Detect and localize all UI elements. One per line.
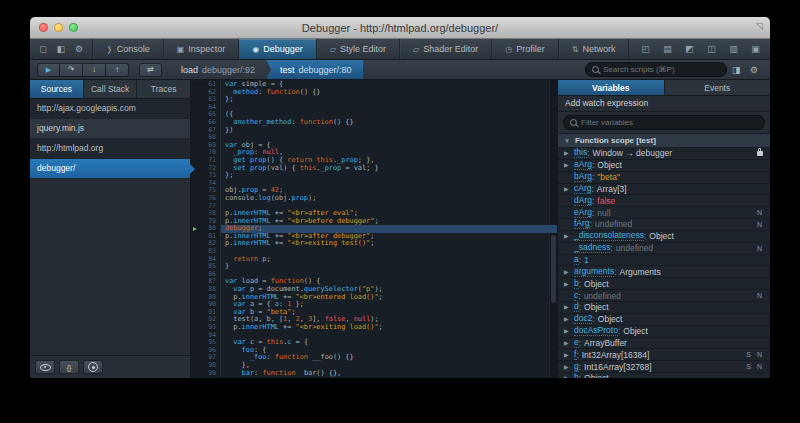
sources-tab-sources[interactable]: Sources — [30, 80, 84, 98]
split-console-icon[interactable]: ▤ — [657, 44, 677, 54]
tab-network[interactable]: ⇅Network — [559, 39, 630, 59]
variable-name[interactable]: arguments — [574, 267, 614, 277]
stack-frame-1[interactable]: testdebugger/:80 — [266, 60, 363, 79]
stack-frame-0[interactable]: loaddebugger/:92 — [170, 60, 266, 79]
source-item[interactable]: http://htmlpad.org — [30, 139, 190, 159]
sources-tab-traces[interactable]: Traces — [137, 80, 190, 98]
pick-element-icon[interactable]: ◰ — [635, 44, 655, 54]
tab-debugger[interactable]: ◉Debugger — [239, 39, 317, 59]
variable-name[interactable]: _sadness — [574, 243, 610, 253]
variable-value[interactable]: false — [597, 196, 615, 206]
expand-arrow-icon[interactable]: ▶ — [564, 352, 574, 358]
code-line[interactable]: 93 p.innerHTML += "<br>exiting load()"; — [191, 324, 557, 332]
variable-row[interactable]: ▶h:Object — [558, 373, 770, 378]
variable-row[interactable]: ▶cArg:Array[3] — [558, 184, 770, 196]
tab-inspector[interactable]: ▣Inspector — [164, 39, 240, 59]
expand-arrow-icon[interactable]: ▶ — [564, 316, 574, 322]
variable-value[interactable]: 1 — [584, 255, 589, 265]
variable-name[interactable]: aArg — [574, 160, 592, 170]
step-over-button[interactable]: ↷ — [60, 63, 83, 77]
variable-row[interactable]: ▶f:Int32Array[16384]S N — [558, 349, 770, 361]
filter-variables-input[interactable] — [581, 118, 758, 127]
variable-value[interactable]: Arguments — [620, 267, 661, 277]
variable-value[interactable]: Object — [623, 326, 648, 336]
titlebar[interactable]: Debugger - http://htmlpad.org/debugger/ … — [30, 17, 770, 39]
variable-value[interactable]: undefined — [595, 219, 632, 229]
expand-arrow-icon[interactable]: ▶ — [564, 186, 574, 192]
step-in-button[interactable]: ↓ — [83, 63, 106, 77]
code-line[interactable]: 67}) — [191, 127, 557, 135]
expand-arrow-icon[interactable]: ▶ — [564, 375, 574, 378]
variable-row[interactable]: _sadness:undefinedN — [558, 243, 770, 255]
code-line[interactable]: 84 return p; — [191, 256, 557, 264]
expand-arrow-icon[interactable]: ▶ — [564, 328, 574, 334]
variable-value[interactable]: ArrayBuffer — [584, 338, 627, 348]
tab-console[interactable]: ❭Console — [93, 39, 164, 59]
close-window-button[interactable] — [39, 23, 48, 32]
panel-tab-variables[interactable]: Variables — [558, 80, 665, 95]
search-scripts-input[interactable] — [603, 65, 720, 74]
variable-row[interactable]: eArg:nullN — [558, 207, 770, 219]
tab-shader-editor[interactable]: ▱Shader Editor — [400, 39, 492, 59]
variable-value[interactable]: Int16Array[32768] — [584, 362, 652, 372]
tilt-3d-icon[interactable]: ◫ — [701, 44, 721, 54]
blackbox-source-button[interactable] — [35, 360, 55, 374]
panel-tab-events[interactable]: Events — [665, 80, 771, 95]
variable-name[interactable]: bArg — [574, 172, 592, 182]
variable-row[interactable]: ▶b:Object — [558, 278, 770, 290]
scope-header[interactable]: ▼ Function scope [test] — [558, 134, 770, 148]
variable-name[interactable]: _disconsolateness — [574, 231, 644, 241]
code-line[interactable]: 99 bar: function bar() {}, — [191, 370, 557, 378]
expand-arrow-icon[interactable]: ▶ — [564, 364, 574, 370]
tab-profiler[interactable]: ◷Profiler — [492, 39, 559, 59]
toggle-breakpoints-button[interactable] — [83, 360, 103, 374]
variable-value[interactable]: Object — [598, 314, 623, 324]
tab-style-editor[interactable]: ▱Style Editor — [317, 39, 400, 59]
variable-name[interactable]: docAsProto — [574, 326, 618, 336]
code-line[interactable]: 85} — [191, 263, 557, 271]
variable-name[interactable]: cArg — [574, 184, 591, 194]
variable-row[interactable]: ▶aArg:Object — [558, 160, 770, 172]
variable-row[interactable]: ▶arguments:Arguments — [558, 266, 770, 278]
panel-toggle-icon[interactable]: ◨ — [727, 65, 745, 75]
code-line[interactable]: 72 set prop(val) { this._prop = val; } — [191, 165, 557, 173]
code-line[interactable]: 64 — [191, 104, 557, 112]
code-line[interactable]: 63}; — [191, 96, 557, 104]
variable-row[interactable]: ▶d:Object — [558, 302, 770, 314]
expand-arrow-icon[interactable]: ▶ — [564, 162, 574, 168]
expand-arrow-icon[interactable]: ▶ — [564, 233, 574, 239]
debugger-options-icon[interactable]: ⚙ — [745, 65, 763, 75]
code-line[interactable]: 66 another_method: function() {} — [191, 119, 557, 127]
code-editor[interactable]: 61var simple = {62 method: function() {}… — [191, 80, 557, 378]
variable-value[interactable]: undefined — [616, 243, 653, 253]
expand-arrow-icon[interactable]: ▶ — [564, 304, 574, 310]
variable-name[interactable]: dArg — [574, 196, 592, 206]
variable-value[interactable]: Int32Array[16384] — [582, 350, 650, 360]
variable-value[interactable]: Object — [597, 160, 622, 170]
expand-arrow-icon[interactable]: ▶ — [564, 150, 574, 156]
fullscreen-icon[interactable]: ◹ — [756, 22, 763, 31]
variable-value[interactable]: undefined — [584, 291, 621, 301]
variable-row[interactable]: ▶doc2:Object — [558, 314, 770, 326]
variable-row[interactable]: ▶g:Int16Array[32768]S N — [558, 361, 770, 373]
variable-value[interactable]: Array[3] — [597, 184, 627, 194]
variable-row[interactable]: ▶this:Window → debugger — [558, 148, 770, 160]
variable-value[interactable]: Window → debugger — [593, 148, 672, 158]
search-scripts-box[interactable] — [585, 62, 727, 77]
expand-arrow-icon[interactable]: ▶ — [564, 269, 574, 275]
variable-name[interactable]: fArg — [574, 219, 590, 229]
variable-row[interactable]: dArg:false — [558, 195, 770, 207]
variable-value[interactable]: Object — [584, 373, 609, 378]
resume-button[interactable]: ▶ — [37, 63, 60, 77]
expand-arrow-icon[interactable]: ▶ — [564, 281, 574, 287]
variable-row[interactable]: ▶docAsProto:Object — [558, 326, 770, 338]
toolbox-options-icon[interactable]: ▣ — [745, 44, 765, 54]
variable-row[interactable]: a:1 — [558, 255, 770, 267]
variable-row[interactable]: ▶e:ArrayBuffer — [558, 338, 770, 350]
variable-row[interactable]: ▶_disconsolateness:Object — [558, 231, 770, 243]
variable-value[interactable]: Object — [584, 279, 609, 289]
zoom-window-button[interactable] — [69, 23, 78, 32]
source-item[interactable]: jquery.min.js — [30, 119, 190, 139]
variable-row[interactable]: fArg:undefinedN — [558, 219, 770, 231]
source-item[interactable]: http://ajax.googleapis.com — [30, 99, 190, 119]
